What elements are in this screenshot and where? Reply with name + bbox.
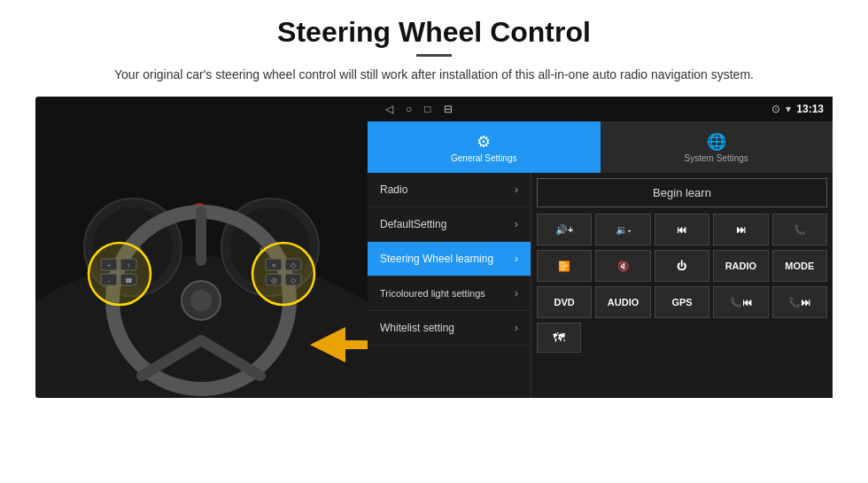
- system-settings-icon: 🌐: [707, 132, 726, 152]
- page-subtitle: Your original car's steering wheel contr…: [114, 66, 754, 84]
- radio-mode-button[interactable]: RADIO: [713, 250, 768, 282]
- general-settings-icon: ⚙: [477, 132, 491, 152]
- chevron-icon: ›: [515, 253, 518, 265]
- location-icon: ⊙: [771, 103, 780, 115]
- svg-point-14: [190, 290, 212, 311]
- content-area: Radio › DefaultSetting › Steering Wheel …: [368, 173, 833, 398]
- audio-label: AUDIO: [608, 297, 639, 308]
- back-arrow-icon: ◁: [385, 103, 393, 115]
- square-icon: □: [424, 103, 430, 115]
- hang-up-icon: 📴: [558, 261, 570, 272]
- mode-button[interactable]: MODE: [772, 250, 827, 282]
- menu-item-radio[interactable]: Radio ›: [368, 173, 531, 207]
- chevron-icon: ›: [515, 322, 518, 334]
- controls-row2: 📴 🔇 ⏻ RADIO MODE: [537, 250, 827, 282]
- steering-wheel-area: km/h x1000 +: [35, 97, 368, 398]
- menu-item-steering[interactable]: Steering Wheel learning ›: [368, 242, 531, 277]
- status-bar: ◁ ○ □ ⊟ ⊙ ▾ 13:13: [368, 97, 833, 121]
- volume-up-button[interactable]: 🔊+: [537, 214, 592, 245]
- svg-text:◎: ◎: [271, 277, 277, 284]
- audio-button[interactable]: AUDIO: [595, 286, 650, 318]
- next-track-button[interactable]: ⏭: [713, 214, 768, 245]
- svg-text:≡: ≡: [272, 262, 275, 269]
- power-icon: ⏻: [677, 261, 686, 271]
- hang-up-button[interactable]: 📴: [537, 250, 592, 282]
- phone-next-button[interactable]: 📞⏭: [772, 286, 827, 318]
- chevron-icon: ›: [515, 218, 518, 230]
- cast-icon: ⊟: [444, 103, 453, 115]
- navi-button[interactable]: 🗺: [537, 323, 581, 353]
- begin-learn-button[interactable]: Begin learn: [537, 178, 827, 207]
- begin-learn-row: Begin learn: [537, 178, 827, 207]
- next-track-icon: ⏭: [736, 224, 746, 235]
- tab-bar: ⚙ General Settings 🌐 System Settings: [368, 121, 833, 173]
- menu-panel: Radio › DefaultSetting › Steering Wheel …: [368, 173, 531, 398]
- volume-down-button[interactable]: 🔉-: [595, 214, 650, 245]
- navi-icon: 🗺: [553, 331, 565, 345]
- controls-row1: 🔊+ 🔉- ⏮ ⏭ 📞: [537, 214, 827, 245]
- controls-panel: Begin learn 🔊+ 🔉- ⏮: [531, 173, 833, 398]
- tab-system-label: System Settings: [685, 153, 748, 163]
- mute-icon: 🔇: [617, 261, 630, 272]
- menu-item-default[interactable]: DefaultSetting ›: [368, 207, 531, 242]
- phone-icon: 📞: [794, 224, 806, 236]
- controls-row3: DVD AUDIO GPS 📞⏮ 📞⏭: [537, 286, 827, 318]
- svg-text:☎: ☎: [125, 277, 133, 284]
- chevron-icon: ›: [515, 287, 518, 300]
- page-title: Steering Wheel Control: [277, 16, 591, 49]
- main-content: km/h x1000 +: [35, 97, 833, 398]
- power-button[interactable]: ⏻: [655, 250, 709, 282]
- phone-prev-button[interactable]: 📞⏮: [713, 286, 768, 318]
- phone-answer-button[interactable]: 📞: [772, 214, 827, 245]
- volume-up-icon: 🔊+: [555, 224, 573, 236]
- gps-button[interactable]: GPS: [655, 286, 709, 318]
- svg-point-15: [89, 243, 151, 305]
- status-bar-left: ◁ ○ □ ⊟: [385, 103, 453, 115]
- mode-label: MODE: [785, 261, 814, 271]
- menu-item-whitelist[interactable]: Whitelist setting ›: [368, 311, 531, 346]
- svg-text:◇: ◇: [291, 277, 297, 284]
- controls-row4: 🗺: [537, 323, 827, 353]
- title-divider: [416, 54, 452, 57]
- radio-label: RADIO: [725, 261, 756, 271]
- tab-general-label: General Settings: [451, 153, 517, 163]
- svg-point-24: [252, 243, 314, 305]
- tab-system[interactable]: 🌐 System Settings: [601, 121, 833, 173]
- phone-next-icon: 📞⏭: [788, 297, 810, 308]
- status-right: ⊙ ▾ 13:13: [771, 103, 824, 115]
- wifi-icon: ▾: [786, 103, 791, 115]
- status-time: 13:13: [796, 103, 824, 115]
- svg-text:+: +: [107, 262, 111, 269]
- prev-track-icon: ⏮: [677, 224, 686, 235]
- svg-text:◇: ◇: [291, 261, 297, 269]
- svg-point-1: [35, 256, 368, 398]
- volume-down-icon: 🔉-: [616, 224, 632, 236]
- dvd-button[interactable]: DVD: [537, 286, 592, 318]
- mute-button[interactable]: 🔇: [595, 250, 650, 282]
- prev-track-button[interactable]: ⏮: [655, 214, 709, 245]
- svg-text:↑: ↑: [127, 261, 130, 269]
- menu-item-tricoloured[interactable]: Tricoloured light settings ›: [368, 277, 531, 311]
- svg-text:-: -: [108, 277, 111, 284]
- phone-prev-icon: 📞⏮: [730, 297, 752, 308]
- tab-general[interactable]: ⚙ General Settings: [368, 121, 601, 173]
- home-circle-icon: ○: [406, 103, 412, 115]
- dvd-label: DVD: [554, 297, 575, 308]
- gps-label: GPS: [671, 297, 692, 308]
- android-ui: ◁ ○ □ ⊟ ⊙ ▾ 13:13 ⚙ General Settings: [368, 97, 833, 398]
- chevron-icon: ›: [515, 183, 518, 196]
